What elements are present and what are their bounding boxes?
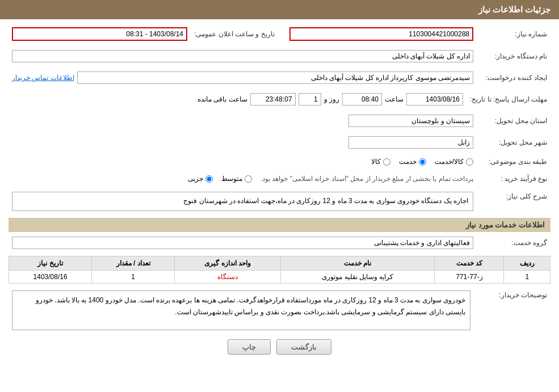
grooh-box: فعالیتهای اداری و خدمات پشتیبانی <box>12 237 473 249</box>
ijad-box: سیدمرتضی موسوی کاریرداز اداره کل شیلات آ… <box>77 71 473 84</box>
mohlat-mande-label: ساعت باقی مانده <box>197 95 247 103</box>
grooh-label: گروه خدمت: <box>477 234 550 251</box>
info-table-6: شهر محل تحویل: زابل <box>9 134 550 151</box>
table-row: 1 ز-77-771 کرایه وسایل نقلیه موتوری دستگ… <box>9 270 550 283</box>
nooe-label: نوع فرآیند خرید : <box>477 172 550 185</box>
col-naam: نام خدمت <box>281 256 435 270</box>
cell-kod: ز-77-771 <box>435 270 504 283</box>
khadamat-label: خدمت <box>399 158 417 166</box>
ijad-label: ایجاد کننده درخواست: <box>477 69 550 86</box>
info-table-5: استان محل تحویل: سیستان و بلوچستان <box>9 112 550 129</box>
shomare-niaz-value: 1103004421000288 <box>286 25 477 43</box>
cell-tedaad: 1 <box>92 270 175 283</box>
col-vahid: واحد اندازه گیری <box>175 256 281 270</box>
ostan-value: سیستان و بلوچستان <box>9 112 477 129</box>
shomare-niaz-box: 1103004421000288 <box>289 27 473 41</box>
cell-tarikh: 1403/08/16 <box>9 270 92 283</box>
info-table-7: طبقه بندی موضوعی: کالا/خدمت خدمت <box>9 155 550 168</box>
tarikh-label: تاریخ و ساعت اعلان عمومی: <box>191 25 286 43</box>
kala-label: کالا <box>371 158 381 166</box>
sharh-value: اجاره یک دستگاه خودروی سواری به مدت 3 ما… <box>9 189 477 213</box>
shahr-box: زابل <box>348 136 473 149</box>
tarikh-box: 1403/08/14 - 08:31 <box>12 27 187 41</box>
col-tarikh: تاریخ نیاز <box>9 256 92 270</box>
nam-dastgah-label: نام دستگاه خریدار: <box>477 48 550 65</box>
shahr-label: شهر محل تحویل: <box>477 134 550 151</box>
tozihat-box: خودروی سواری به مدت 3 ماه و 12 روزکاری د… <box>12 290 470 330</box>
col-radif: ردیف <box>504 256 550 270</box>
mohlat-mande-box: 23:48:07 <box>250 93 296 106</box>
sharh-box: اجاره یک دستگاه خودروی سواری به مدت 3 ما… <box>12 192 473 211</box>
nam-dastgah-value: اداره کل شیلات آبهای داخلی <box>9 48 477 65</box>
motevaset-label: متوسط <box>221 175 242 183</box>
services-header: اطلاعات خدمات مورد نیاز <box>9 218 550 232</box>
mohlat-rooz-box: 1 <box>299 93 321 106</box>
radio-jozyi[interactable]: جزیی <box>188 175 213 183</box>
services-table: ردیف کد خدمت نام خدمت واحد اندازه گیری ت… <box>9 256 550 284</box>
mohlat-date-box: 1403/08/16 <box>406 93 463 106</box>
sharh-label: شرح کلی نیاز: <box>477 189 550 213</box>
page-header: جزئیات اطلاعات نیاز <box>0 0 559 19</box>
tabaqe-radio: کالا/خدمت خدمت کالا <box>9 155 477 168</box>
buttons-row: بازگشت چاپ <box>9 339 550 355</box>
info-table-grooh: گروه خدمت: فعالیتهای اداری و خدمات پشتیب… <box>9 234 550 251</box>
page-container: جزئیات اطلاعات نیاز شماره نیاز: 11030044… <box>0 0 559 392</box>
mohlat-saat-label: ساعت <box>385 95 404 103</box>
kala-khadamat-label: کالا/خدمت <box>435 158 464 166</box>
back-button[interactable]: بازگشت <box>276 339 331 355</box>
info-table-8: نوع فرآیند خرید : پرداخت تمام یا بخشی از… <box>9 172 550 185</box>
radio-kala-khadamat[interactable]: کالا/خدمت <box>435 158 473 166</box>
ijad-value: سیدمرتضی موسوی کاریرداز اداره کل شیلات آ… <box>9 69 477 86</box>
mohlat-date-cell: 1403/08/16 ساعت 08:40 روز و 1 23:48:07 س… <box>9 91 466 108</box>
ostan-label: استان محل تحویل: <box>477 112 550 129</box>
info-table-9: شرح کلی نیاز: اجاره یک دستگاه خودروی سوا… <box>9 189 550 213</box>
cell-vahid: دستگاه <box>175 270 281 283</box>
cell-naam: کرایه وسایل نقلیه موتوری <box>281 270 435 283</box>
mohlat-saat-box: 08:40 <box>342 93 382 106</box>
col-tedaad: تعداد / مقدار <box>92 256 175 270</box>
col-kod: کد خدمت <box>435 256 504 270</box>
mohlat-rooz-label: روز و <box>324 95 339 103</box>
ostan-box: سیستان و بلوچستان <box>348 115 473 127</box>
tozihat-value: خودروی سواری به مدت 3 ماه و 12 روزکاری د… <box>9 288 477 332</box>
tabaqe-label: طبقه بندی موضوعی: <box>477 155 550 168</box>
page-title: جزئیات اطلاعات نیاز <box>478 5 550 14</box>
print-button[interactable]: چاپ <box>228 339 271 355</box>
info-table-1: شماره نیاز: 1103004421000288 تاریخ و ساع… <box>9 25 550 43</box>
radio-khadamat[interactable]: خدمت <box>399 158 426 166</box>
radio-motevaset[interactable]: متوسط <box>221 175 252 183</box>
tarikh-value: 1403/08/14 - 08:31 <box>9 25 191 43</box>
info-table-3: ایجاد کننده درخواست: سیدمرتضی موسوی کاری… <box>9 69 550 86</box>
content-area: شماره نیاز: 1103004421000288 تاریخ و ساع… <box>0 19 559 367</box>
nam-dastgah-box: اداره کل شیلات آبهای داخلی <box>12 50 473 62</box>
info-table-4: مهلت ارسال پاسخ: تا تاریخ: 1403/08/16 سا… <box>9 91 550 108</box>
nooe-radio: پرداخت تمام یا بخشی از مبلغ خریدار از مح… <box>9 172 477 185</box>
grooh-value: فعالیتهای اداری و خدمات پشتیبانی <box>9 234 477 251</box>
tozihat-label: توضیحات خریدار: <box>477 288 550 332</box>
pardakht-text: پرداخت تمام یا بخشی از مبلغ خریدار از مح… <box>260 175 473 183</box>
cell-radif: 1 <box>504 270 550 283</box>
shomare-niaz-label: شماره نیاز: <box>477 25 550 43</box>
radio-kala[interactable]: کالا <box>371 158 390 166</box>
info-table-2: نام دستگاه خریدار: اداره کل شیلات آبهای … <box>9 48 550 65</box>
mohlat-label: مهلت ارسال پاسخ: تا تاریخ: <box>466 91 550 108</box>
info-table-tozihat: توضیحات خریدار: خودروی سواری به مدت 3 ما… <box>9 288 550 332</box>
jozyi-label: جزیی <box>188 175 203 183</box>
shahr-value: زابل <box>9 134 477 151</box>
ettelaat-link[interactable]: اطلاعات تماس خریدار <box>12 74 74 82</box>
